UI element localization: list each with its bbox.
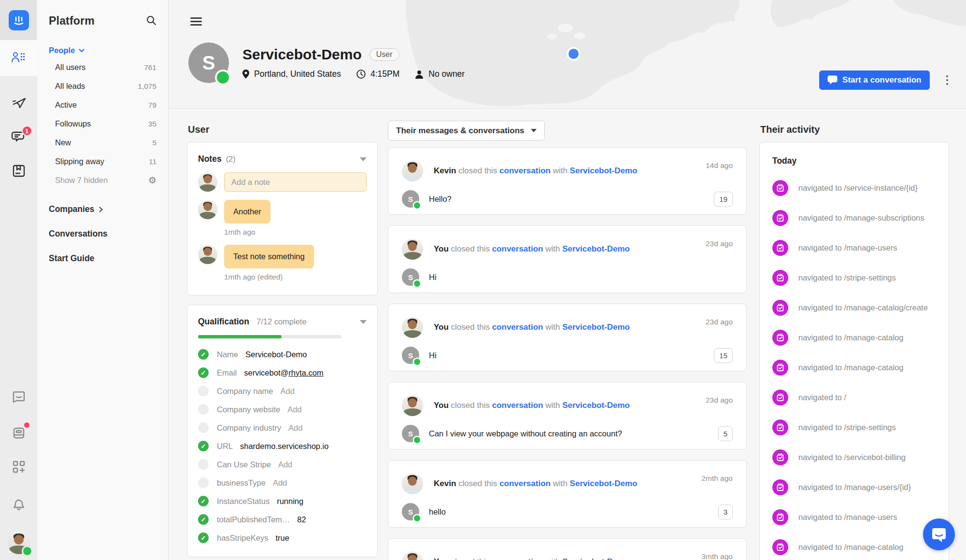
note-item: Another bbox=[198, 200, 367, 224]
conversation-card[interactable]: You closed this conversation with Servic… bbox=[388, 304, 747, 371]
field-label: totalPublishedTem… bbox=[217, 515, 290, 524]
conversation-card[interactable]: Kevin closed this conversation with Serv… bbox=[388, 460, 747, 528]
field-label: Company name bbox=[217, 387, 273, 396]
people-label: People bbox=[49, 46, 75, 55]
conversation-summary: You closed this conversation with Servic… bbox=[434, 401, 630, 410]
activity-card: Today navigated to /service-instance/{id… bbox=[759, 142, 949, 560]
conversation-link[interactable]: conversation bbox=[499, 166, 551, 175]
note-text: Another bbox=[224, 200, 270, 224]
conversation-card[interactable]: Kevin closed this conversation with Serv… bbox=[388, 147, 747, 215]
target-user-link[interactable]: Servicebot-Demo bbox=[562, 557, 630, 560]
field-value: servicebot@rhyta.com bbox=[244, 368, 323, 378]
inbox-count-badge: 1 bbox=[22, 126, 32, 136]
rail-item-apps[interactable] bbox=[0, 459, 37, 476]
rail-item-whats-new[interactable] bbox=[0, 425, 37, 443]
conversation-card[interactable]: You closed this conversation with Servic… bbox=[388, 538, 747, 560]
user-local-time: 4:15PM bbox=[370, 69, 399, 79]
online-dot bbox=[414, 359, 420, 365]
qualification-card: Qualification 7/12 complete Name Service… bbox=[187, 305, 378, 557]
rail-item-profile[interactable] bbox=[0, 528, 37, 557]
author-name: Kevin bbox=[434, 479, 456, 488]
notes-count: (2) bbox=[226, 154, 236, 164]
add-note-input[interactable] bbox=[224, 172, 367, 192]
target-user-link[interactable]: Servicebot-Demo bbox=[562, 244, 630, 253]
activity-event-text: navigated to /manage-catalog bbox=[798, 363, 903, 372]
connector-text: with bbox=[553, 479, 568, 488]
collapse-sidebar-button[interactable] bbox=[190, 17, 202, 26]
field-status-icon bbox=[198, 349, 209, 360]
user-profile-header: S Servicebot-Demo User Portland, United … bbox=[169, 0, 966, 109]
qualification-progress-fill bbox=[198, 335, 282, 338]
target-user-link[interactable]: Servicebot-Demo bbox=[570, 166, 638, 175]
field-label: Email bbox=[217, 368, 237, 378]
rail-item-notifications[interactable] bbox=[0, 497, 37, 515]
sidebar-section-start-guide[interactable]: Start Guide bbox=[49, 253, 156, 264]
rail-item-messenger[interactable] bbox=[0, 390, 37, 407]
sidebar-section-companies[interactable]: Companies bbox=[49, 204, 156, 214]
field-add-link[interactable]: Add bbox=[288, 423, 302, 433]
author-name: You bbox=[434, 401, 449, 410]
activity-day-label: Today bbox=[772, 156, 936, 166]
conversation-card[interactable]: You closed this conversation with Servic… bbox=[388, 382, 747, 449]
qualification-row: Company industry Add bbox=[198, 419, 367, 437]
conversation-summary: You closed this conversation with Servic… bbox=[434, 244, 630, 254]
sidebar-item-all-users[interactable]: All users 761 bbox=[49, 58, 156, 77]
teammate-avatar bbox=[7, 531, 30, 554]
field-add-link[interactable]: Add bbox=[273, 478, 287, 488]
sidebar-section-conversations[interactable]: Conversations bbox=[49, 229, 156, 239]
search-icon[interactable] bbox=[146, 15, 156, 28]
field-status-icon bbox=[198, 532, 209, 543]
email-domain-link[interactable]: rhyta.com bbox=[288, 368, 323, 377]
more-options-kebab-icon[interactable] bbox=[944, 73, 951, 87]
messages-filter-dropdown[interactable]: Their messages & conversations bbox=[388, 121, 545, 140]
conversation-link[interactable]: conversation bbox=[492, 401, 543, 410]
field-status-icon bbox=[198, 441, 209, 451]
intercom-logo-cell[interactable] bbox=[0, 0, 37, 40]
activity-item: navigated to /manage-catalog bbox=[772, 330, 936, 346]
field-status-icon bbox=[198, 386, 209, 396]
connector-text: with bbox=[545, 557, 560, 560]
messenger-launcher-button[interactable] bbox=[923, 518, 955, 550]
start-conversation-button[interactable]: Start a conversation bbox=[819, 70, 929, 90]
sidebar-item-show-hidden[interactable]: Show 7 hidden ⚙ bbox=[49, 171, 156, 190]
chat-bubble-icon bbox=[827, 75, 838, 85]
field-add-link[interactable]: Add bbox=[278, 460, 292, 469]
event-calendar-check-icon bbox=[772, 360, 788, 376]
rail-item-outbound[interactable] bbox=[0, 87, 37, 121]
segment-label: Slipping away bbox=[55, 157, 104, 166]
sidebar-people-toggle[interactable]: People bbox=[49, 46, 156, 55]
field-status-icon bbox=[198, 422, 209, 433]
conversation-card[interactable]: You closed this conversation with Servic… bbox=[388, 225, 747, 293]
sidebar-item-slipping-away[interactable]: Slipping away 11 bbox=[49, 152, 156, 171]
sidebar-item-all-leads[interactable]: All leads 1,075 bbox=[49, 77, 156, 96]
collapse-notes-caret-icon[interactable] bbox=[360, 157, 367, 161]
message-count-badge: 5 bbox=[718, 426, 733, 441]
bell-icon bbox=[12, 498, 26, 514]
segment-label: All leads bbox=[55, 82, 85, 91]
rail-item-articles[interactable] bbox=[0, 155, 37, 189]
field-label: URL bbox=[217, 442, 233, 451]
rail-item-inbox[interactable]: 1 bbox=[0, 121, 37, 155]
author-avatar bbox=[402, 473, 423, 494]
collapse-qualification-caret-icon[interactable] bbox=[360, 320, 367, 324]
chevron-down-icon bbox=[79, 49, 85, 53]
target-user-link[interactable]: Servicebot-Demo bbox=[562, 322, 630, 332]
messenger-bubble-icon bbox=[12, 390, 26, 406]
section-label: Start Guide bbox=[49, 253, 94, 264]
teammate-avatar bbox=[198, 172, 217, 192]
conversation-link[interactable]: conversation bbox=[499, 479, 551, 488]
field-add-link[interactable]: Add bbox=[280, 387, 294, 396]
field-add-link[interactable]: Add bbox=[287, 405, 301, 414]
sidebar-item-active[interactable]: Active 79 bbox=[49, 96, 156, 114]
conversation-link[interactable]: conversation bbox=[492, 557, 543, 560]
sidebar-item-followups[interactable]: Followups 35 bbox=[49, 114, 156, 133]
user-location: Portland, United States bbox=[254, 69, 341, 79]
target-user-link[interactable]: Servicebot-Demo bbox=[562, 401, 630, 410]
target-user-link[interactable]: Servicebot-Demo bbox=[570, 479, 638, 488]
conversation-link[interactable]: conversation bbox=[492, 244, 543, 253]
conversation-link[interactable]: conversation bbox=[492, 322, 543, 332]
sidebar-item-new[interactable]: New 5 bbox=[49, 133, 156, 152]
gear-icon[interactable]: ⚙ bbox=[148, 176, 156, 185]
conversations-column: Their messages & conversations Kevin clo… bbox=[388, 109, 747, 560]
rail-item-people[interactable] bbox=[0, 40, 37, 76]
